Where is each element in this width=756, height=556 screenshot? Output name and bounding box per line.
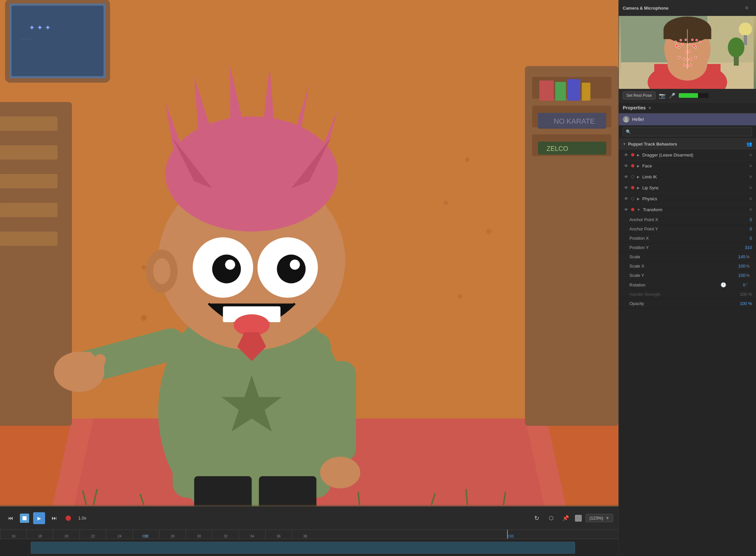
menu-physics[interactable]: ≡: [749, 196, 752, 201]
ruler-mark: 28: [159, 530, 186, 539]
rotation-label: Rotation: [629, 282, 721, 287]
ruler-mark: 34: [239, 530, 265, 539]
camera-menu-button[interactable]: ≡: [742, 3, 752, 13]
status-dot-physics: [631, 197, 634, 200]
behaviors-add-icon[interactable]: 👥: [746, 141, 752, 146]
ruler-mark: 16: [0, 530, 27, 539]
prop-row-position-y: Position Y 310: [619, 243, 756, 252]
character-scene: ✦ ✦ ✦ · · · · NO KARATE ZE: [0, 0, 618, 506]
zoom-chevron: ▼: [605, 516, 610, 521]
menu-lip-sync[interactable]: ≡: [749, 185, 752, 190]
menu-dragger[interactable]: ≡: [749, 152, 752, 158]
behavior-row-limb-ik: 👁 ▶ Limb IK ≡: [619, 171, 756, 182]
anchor-y-label: Anchor Point Y: [629, 227, 735, 232]
position-x-label: Position X: [629, 236, 735, 241]
ruler-marks: 161820222426283032343638: [0, 530, 618, 539]
zoom-label: (123%): [589, 516, 603, 521]
ruler-mark: 24: [106, 530, 133, 539]
svg-point-50: [225, 259, 235, 270]
bg-button[interactable]: [575, 515, 582, 522]
chevron-transform[interactable]: ▼: [637, 208, 640, 211]
chevron-dragger[interactable]: ▶: [637, 153, 640, 157]
menu-face[interactable]: ≡: [749, 163, 752, 168]
time-left: 0:02: [142, 534, 148, 538]
chevron-lip-sync[interactable]: ▶: [637, 186, 640, 189]
svg-rect-63: [323, 361, 356, 462]
svg-point-94: [688, 51, 690, 53]
position-y-value[interactable]: 310: [735, 245, 752, 250]
anchor-y-value[interactable]: 0: [735, 227, 752, 232]
behavior-row-dragger: 👁 ▶ Dragger (Leave Disarmed) ≡: [619, 149, 756, 161]
svg-text:NO KARATE: NO KARATE: [554, 117, 595, 125]
menu-transform[interactable]: ≡: [749, 207, 752, 212]
ruler-mark: 32: [212, 530, 239, 539]
timeline-ruler: 161820222426283032343638 0:02 0:03: [0, 530, 618, 539]
eye-icon-dragger[interactable]: 👁: [624, 152, 628, 158]
svg-rect-19: [555, 82, 566, 100]
search-input[interactable]: [623, 127, 752, 136]
svg-point-48: [212, 255, 241, 283]
svg-rect-65: [194, 476, 252, 506]
ruler-mark: 30: [186, 530, 212, 539]
svg-text:· · · ·: · · · ·: [22, 35, 33, 42]
scale-y-unit: %: [746, 273, 752, 278]
refresh-button[interactable]: ↻: [531, 513, 542, 523]
svg-rect-5: [0, 116, 58, 131]
scale-x-label: Scale X: [629, 264, 729, 269]
clock-icon: 🕐: [721, 282, 726, 287]
zoom-display[interactable]: (123%) ▼: [586, 514, 613, 522]
scale-y-value[interactable]: 100: [729, 273, 745, 278]
svg-point-112: [625, 117, 627, 120]
eye-icon-physics[interactable]: 👁: [624, 196, 628, 201]
svg-rect-66: [259, 476, 317, 506]
svg-rect-6: [0, 145, 58, 160]
pin-button[interactable]: 📌: [561, 513, 571, 523]
skip-back-button[interactable]: ⏮: [5, 513, 16, 523]
scale-value[interactable]: 145: [729, 254, 745, 259]
status-dot-lip-sync: [631, 186, 634, 189]
menu-limb[interactable]: ≡: [749, 174, 752, 179]
behaviors-section-header[interactable]: ▼ Puppet Track Behaviors 👥: [619, 139, 756, 149]
properties-panel[interactable]: Properties ≡ Heller ▼ Puppet Track Behav…: [619, 102, 756, 556]
eye-icon-lip-sync[interactable]: 👁: [624, 185, 628, 190]
chevron-face[interactable]: ▶: [637, 164, 640, 168]
status-dot-face: [631, 164, 634, 167]
character-row[interactable]: Heller: [619, 113, 756, 125]
prop-row-anchor-x: Anchor Point X 0: [619, 215, 756, 224]
scene-background: ✦ ✦ ✦ · · · · NO KARATE ZE: [0, 0, 618, 506]
rotation-value[interactable]: 0: [729, 282, 745, 287]
prop-row-opacity: Opacity 100 %: [619, 299, 756, 308]
timeline-content[interactable]: [0, 539, 618, 556]
timeline-track[interactable]: 161820222426283032343638 0:02 0:03: [0, 530, 618, 556]
status-dot-transform: [631, 208, 634, 211]
status-dot-dragger: [631, 153, 634, 157]
anchor-x-value[interactable]: 0: [735, 217, 752, 222]
stop-button[interactable]: [20, 514, 29, 523]
record-button[interactable]: [64, 514, 73, 523]
status-dot-limb: [631, 175, 634, 178]
camera-icon: 📷: [659, 93, 665, 99]
step-forward-button[interactable]: ⏭: [49, 513, 60, 523]
opacity-value[interactable]: 100 %: [735, 301, 752, 306]
rotation-unit: °: [746, 282, 752, 287]
svg-point-101: [680, 39, 682, 41]
3d-button[interactable]: ⬡: [546, 513, 556, 523]
chevron-limb[interactable]: ▶: [637, 175, 640, 179]
svg-point-26: [465, 158, 470, 162]
scale-x-value[interactable]: 100: [729, 264, 745, 269]
svg-rect-61: [83, 352, 94, 375]
position-x-value[interactable]: 0: [735, 236, 752, 241]
ruler-mark: 38: [292, 530, 318, 539]
set-rest-pose-button[interactable]: Set Rest Pose: [623, 92, 656, 100]
canvas-viewport: ✦ ✦ ✦ · · · · NO KARATE ZE: [0, 0, 618, 506]
character-name: Heller: [632, 117, 644, 122]
eye-icon-transform[interactable]: 👁: [624, 207, 628, 212]
speed-label: 1.0x: [78, 516, 86, 521]
behaviors-section-title: Puppet Track Behaviors: [628, 142, 746, 146]
eye-icon-limb[interactable]: 👁: [624, 174, 628, 179]
chevron-physics[interactable]: ▶: [637, 197, 640, 201]
eye-icon-face[interactable]: 👁: [624, 164, 628, 168]
svg-point-55: [153, 258, 170, 284]
controls-bar: ⏮ ▶ ⏭ 1.0x ↻ ⬡ 📌 (123%) ▼: [0, 506, 618, 529]
play-button[interactable]: ▶: [33, 512, 45, 524]
